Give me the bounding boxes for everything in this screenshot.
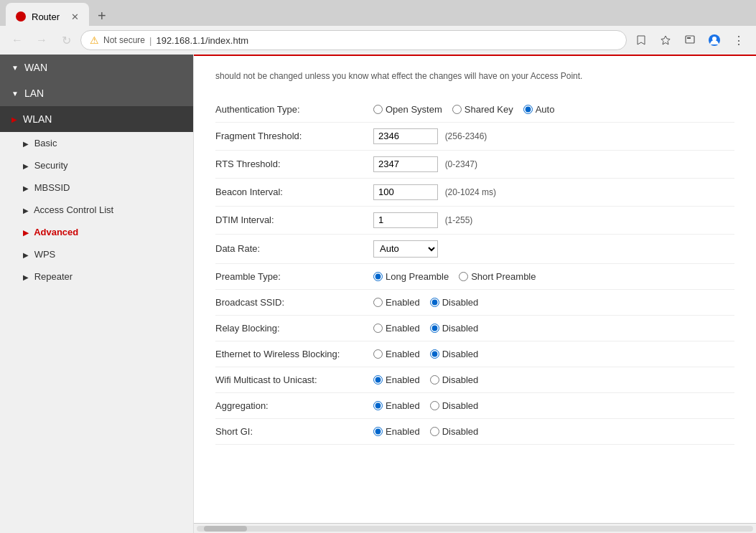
arrow-down-wan: ▼ bbox=[11, 64, 19, 72]
separator: | bbox=[149, 35, 151, 46]
sidebar-label-acl: Access Control List bbox=[34, 204, 113, 215]
broadcast-disabled-label[interactable]: Disabled bbox=[430, 297, 479, 308]
new-tab-button[interactable]: + bbox=[92, 8, 112, 24]
scrollbar-thumb[interactable] bbox=[204, 526, 247, 532]
refresh-button[interactable]: ↻ bbox=[56, 30, 76, 50]
dtim-input[interactable] bbox=[373, 212, 438, 228]
sidebar-item-wps[interactable]: ▶ WPS bbox=[0, 243, 193, 265]
table-row: Aggregation: Enabled Disabled bbox=[215, 392, 734, 418]
relay-disabled-label[interactable]: Disabled bbox=[430, 323, 479, 334]
auth-auto-radio[interactable] bbox=[523, 105, 533, 114]
browser-tab[interactable]: Router ✕ bbox=[6, 3, 89, 26]
preamble-short-label[interactable]: Short Preamble bbox=[459, 271, 536, 282]
tab-button[interactable] bbox=[680, 30, 700, 50]
relay-enabled-label[interactable]: Enabled bbox=[373, 323, 420, 334]
rts-hint: (0-2347) bbox=[445, 159, 477, 169]
back-button[interactable]: ← bbox=[7, 30, 27, 50]
auth-auto-label[interactable]: Auto bbox=[523, 104, 555, 115]
broadcast-enabled-radio[interactable] bbox=[373, 298, 383, 307]
aggregation-radio-group: Enabled Disabled bbox=[373, 400, 734, 411]
auth-open-label[interactable]: Open System bbox=[373, 104, 442, 115]
auth-type-label: Authentication Type: bbox=[215, 97, 373, 123]
multicast-value: Enabled Disabled bbox=[373, 367, 734, 392]
rts-label: RTS Threshold: bbox=[215, 150, 373, 178]
table-row: Short GI: Enabled Disabled bbox=[215, 418, 734, 444]
eth-enabled-label[interactable]: Enabled bbox=[373, 349, 420, 359]
table-row: Fragment Threshold: (256-2346) bbox=[215, 122, 734, 150]
auth-open-radio[interactable] bbox=[373, 105, 383, 114]
relay-blocking-label: Relay Blocking: bbox=[215, 315, 373, 341]
sidebar-label-security: Security bbox=[34, 160, 68, 171]
sidebar-item-wan[interactable]: ▼ WAN bbox=[0, 55, 193, 80]
broadcast-ssid-value: Enabled Disabled bbox=[373, 289, 734, 315]
broadcast-disabled-radio[interactable] bbox=[430, 298, 439, 307]
aggregation-enabled-radio[interactable] bbox=[373, 401, 383, 410]
sidebar-item-basic[interactable]: ▶ Basic bbox=[0, 132, 193, 154]
forward-button[interactable]: → bbox=[32, 30, 52, 50]
aggregation-disabled-radio[interactable] bbox=[430, 401, 439, 410]
eth-disabled-label[interactable]: Disabled bbox=[430, 349, 479, 359]
sidebar-label-wlan: WLAN bbox=[23, 113, 52, 125]
eth-enabled-radio[interactable] bbox=[373, 349, 383, 359]
eth-wireless-radio-group: Enabled Disabled bbox=[373, 349, 734, 359]
sidebar-item-security[interactable]: ▶ Security bbox=[0, 154, 193, 176]
menu-button[interactable]: ⋮ bbox=[729, 30, 749, 50]
svg-marker-0 bbox=[661, 36, 670, 44]
multicast-disabled-label[interactable]: Disabled bbox=[430, 374, 479, 385]
content-panel: should not be changed unless you know wh… bbox=[194, 55, 756, 523]
preamble-long-radio[interactable] bbox=[373, 272, 383, 281]
tab-close-icon[interactable]: ✕ bbox=[71, 11, 79, 22]
sidebar-item-acl[interactable]: ▶ Access Control List bbox=[0, 199, 193, 221]
preamble-long-label[interactable]: Long Preamble bbox=[373, 271, 449, 282]
multicast-enabled-radio[interactable] bbox=[373, 375, 383, 385]
eth-disabled-radio[interactable] bbox=[430, 349, 439, 359]
sidebar-item-advanced[interactable]: ▶ Advanced bbox=[0, 221, 193, 243]
horizontal-scrollbar[interactable] bbox=[194, 523, 756, 533]
short-gi-disabled-label[interactable]: Disabled bbox=[430, 426, 479, 437]
short-gi-disabled-radio[interactable] bbox=[430, 427, 439, 436]
short-gi-enabled-radio[interactable] bbox=[373, 427, 383, 436]
relay-blocking-radio-group: Enabled Disabled bbox=[373, 323, 734, 334]
rts-input[interactable] bbox=[373, 156, 438, 172]
preamble-label: Preamble Type: bbox=[215, 263, 373, 289]
relay-disabled-radio[interactable] bbox=[430, 324, 439, 333]
table-row: Ethernet to Wireless Blocking: Enabled D… bbox=[215, 341, 734, 367]
sidebar-item-repeater[interactable]: ▶ Repeater bbox=[0, 265, 193, 288]
sidebar-item-wlan[interactable]: ▶ WLAN bbox=[0, 106, 193, 132]
preamble-radio-group: Long Preamble Short Preamble bbox=[373, 271, 734, 282]
fragment-input[interactable] bbox=[373, 128, 438, 144]
sidebar-item-lan[interactable]: ▼ LAN bbox=[0, 80, 193, 106]
table-row: Preamble Type: Long Preamble Short Pream… bbox=[215, 263, 734, 289]
tab-favicon bbox=[16, 11, 26, 22]
profile-button[interactable] bbox=[704, 30, 724, 50]
relay-enabled-radio[interactable] bbox=[373, 324, 383, 333]
multicast-enabled-label[interactable]: Enabled bbox=[373, 374, 420, 385]
short-gi-radio-group: Enabled Disabled bbox=[373, 426, 734, 437]
auth-shared-label[interactable]: Shared Key bbox=[452, 104, 513, 115]
sidebar-label-wan: WAN bbox=[24, 62, 47, 73]
address-bar[interactable]: ⚠ Not secure | 192.168.1.1/index.htm bbox=[80, 30, 627, 50]
fragment-value: (256-2346) bbox=[373, 122, 734, 150]
multicast-disabled-radio[interactable] bbox=[430, 375, 439, 385]
preamble-short-radio[interactable] bbox=[459, 272, 468, 281]
star-button[interactable] bbox=[655, 30, 676, 50]
sidebar-label-advanced: Advanced bbox=[34, 227, 78, 237]
svg-rect-2 bbox=[687, 37, 691, 39]
auth-shared-radio[interactable] bbox=[452, 105, 462, 114]
short-gi-enabled-label[interactable]: Enabled bbox=[373, 426, 420, 437]
auth-type-value: Open System Shared Key Auto bbox=[373, 97, 734, 123]
aggregation-disabled-label[interactable]: Disabled bbox=[430, 400, 479, 411]
aggregation-enabled-label[interactable]: Enabled bbox=[373, 400, 420, 411]
beacon-input[interactable] bbox=[373, 184, 438, 200]
arrow-mbssid: ▶ bbox=[23, 184, 29, 192]
data-rate-select[interactable]: Auto 1 2 5.5 11 6 9 12 18 24 36 bbox=[373, 240, 438, 258]
eth-wireless-value: Enabled Disabled bbox=[373, 341, 734, 367]
multicast-radio-group: Enabled Disabled bbox=[373, 374, 734, 385]
sidebar-item-mbssid[interactable]: ▶ MBSSID bbox=[0, 176, 193, 199]
broadcast-enabled-label[interactable]: Enabled bbox=[373, 297, 420, 308]
arrow-acl: ▶ bbox=[23, 207, 29, 214]
bookmark-button[interactable] bbox=[631, 30, 651, 50]
dtim-hint: (1-255) bbox=[445, 215, 473, 225]
multicast-label: Wifi Multicast to Unicast: bbox=[215, 367, 373, 392]
beacon-label: Beacon Interval: bbox=[215, 178, 373, 206]
